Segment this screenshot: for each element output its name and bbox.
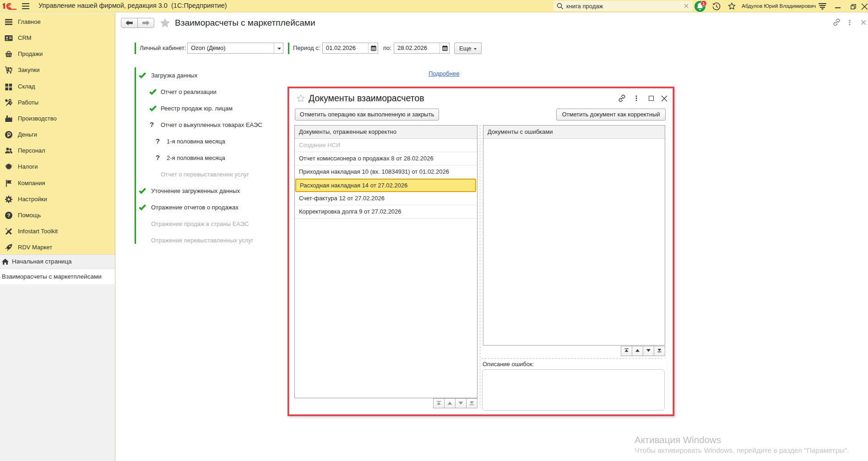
svg-text:?: ? xyxy=(7,213,10,218)
svg-text:1: 1 xyxy=(702,1,705,6)
